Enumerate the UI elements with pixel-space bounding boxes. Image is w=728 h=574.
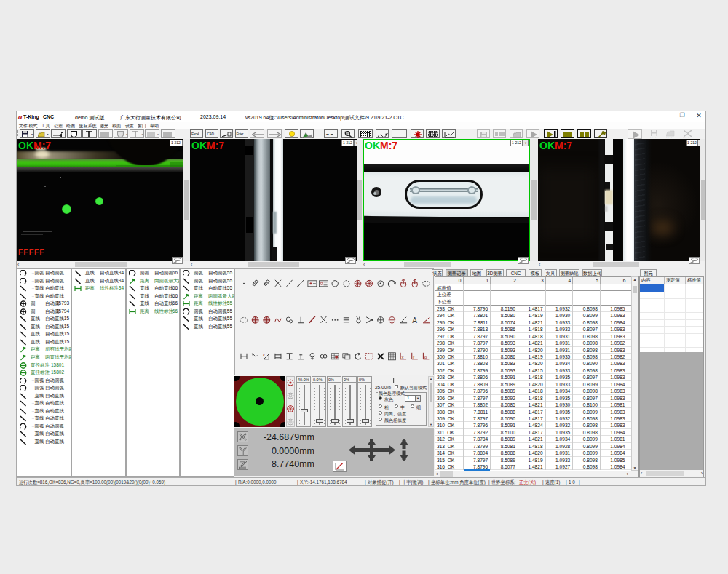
- svg-text:A: A: [412, 316, 417, 324]
- svg-text:o: o: [424, 355, 427, 359]
- svg-text:x: x: [402, 355, 404, 359]
- svg-text:k: k: [263, 353, 265, 357]
- svg-text:r: r: [413, 355, 414, 359]
